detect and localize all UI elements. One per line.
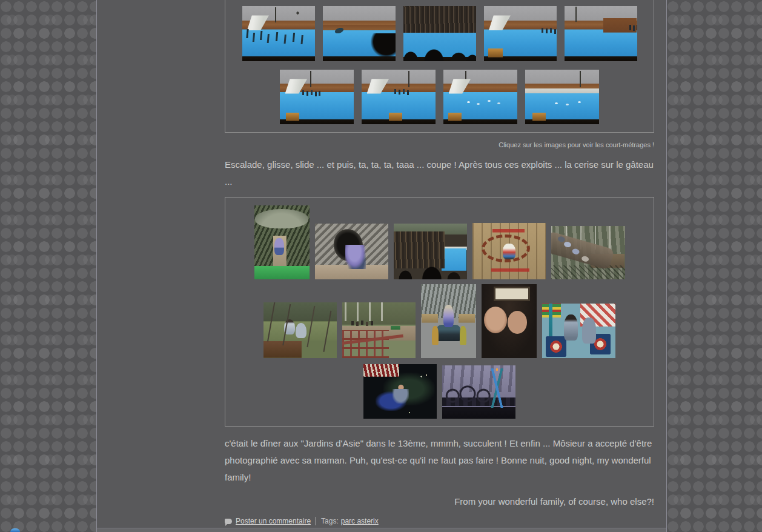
speech-bubble-icon: [225, 519, 232, 524]
footer-separator: [316, 517, 316, 525]
post-footer: Poster un commentaire Tags: parc asterix: [225, 517, 654, 525]
gallery-row: [225, 364, 654, 419]
photo-thumbnail-d7[interactable]: [362, 70, 436, 124]
photo-thumbnail-d9[interactable]: [525, 70, 599, 124]
gallery-park-rides: [225, 197, 654, 427]
tags-label: Tags:: [321, 517, 339, 525]
post-comment-link[interactable]: Poster un commentaire: [236, 517, 311, 525]
gallery-row: [225, 205, 654, 279]
photo-thumbnail-d1[interactable]: [242, 6, 315, 61]
gallery-dolphin-show: [225, 0, 654, 133]
section-divider: [97, 528, 666, 532]
photo-thumbnail-logflume[interactable]: [551, 226, 625, 279]
photo-thumbnail-shields[interactable]: [542, 304, 615, 358]
blog-page: Cliquez sur les images pour voir les cou…: [0, 0, 762, 532]
photo-thumbnail-pedestal[interactable]: [421, 284, 476, 358]
photo-thumbnail-d5[interactable]: [565, 6, 637, 61]
photo-thumbnail-mush[interactable]: [254, 205, 310, 279]
background-pattern-right: [666, 0, 762, 532]
photo-thumbnail-rondins[interactable]: [472, 223, 546, 279]
photo-thumbnail-d4[interactable]: [484, 6, 557, 61]
post-signature: From your wonderful family, of course, w…: [225, 493, 654, 510]
post-paragraph-1: Escalade, glisse, slide ... et puis, ta,…: [225, 156, 654, 190]
gallery-row: [225, 6, 654, 61]
content-column: Cliquez sur les images pour voir les cou…: [97, 0, 666, 532]
photo-thumbnail-d6[interactable]: [280, 70, 354, 124]
photo-thumbnail-tunnel[interactable]: [315, 224, 388, 279]
photo-thumbnail-faces[interactable]: [482, 284, 537, 358]
photo-thumbnail-nightride[interactable]: [363, 364, 437, 419]
post-paragraph-2: c'était le dîner aux "Jardins d'Asie" da…: [225, 435, 654, 486]
gallery-row: [225, 284, 654, 358]
blog-post: Cliquez sur les images pour voir les cou…: [225, 0, 654, 525]
photo-thumbnail-rails[interactable]: [342, 302, 416, 358]
photo-thumbnail-duskcoaster[interactable]: [442, 365, 515, 419]
tag-link-parc-asterix[interactable]: parc asterix: [341, 517, 379, 525]
photo-thumbnail-d3[interactable]: [403, 6, 476, 61]
photo-thumbnail-crowdpool[interactable]: [394, 224, 467, 279]
gallery-row: [225, 70, 654, 124]
gallery-caption: Cliquez sur les images pour voir les cou…: [225, 141, 654, 149]
decorative-blue-element: [10, 528, 20, 532]
photo-thumbnail-d2[interactable]: [323, 6, 396, 61]
photo-thumbnail-swing[interactable]: [263, 302, 337, 358]
background-pattern-left: [0, 0, 97, 532]
photo-thumbnail-d8[interactable]: [443, 70, 517, 124]
